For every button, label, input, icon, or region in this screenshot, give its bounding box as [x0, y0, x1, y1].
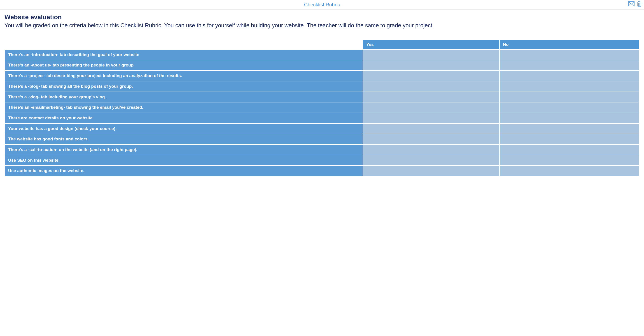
no-cell[interactable]: [500, 155, 639, 165]
table-row: The website has good fonts and colors.: [5, 134, 639, 144]
no-cell[interactable]: [500, 81, 639, 92]
table-header-no: No: [500, 40, 639, 49]
no-cell[interactable]: [500, 71, 639, 81]
header-actions: [628, 1, 642, 7]
no-cell[interactable]: [500, 50, 639, 60]
page-title: Checklist Rubric: [304, 2, 340, 8]
criterion-label: Use authentic images on the website.: [5, 166, 363, 176]
table-row: There are contact details on your websit…: [5, 113, 639, 123]
yes-cell[interactable]: [363, 124, 499, 134]
table-header-empty: [5, 40, 363, 49]
rubric-table: Yes No There's an -introduction- tab des…: [4, 39, 640, 176]
no-cell[interactable]: [500, 134, 639, 144]
no-cell[interactable]: [500, 60, 639, 70]
criterion-label: Use SEO on this website.: [5, 155, 363, 165]
table-header-yes: Yes: [363, 40, 499, 49]
delete-button[interactable]: [637, 1, 642, 7]
table-row: Your website has a good design (check yo…: [5, 124, 639, 134]
yes-cell[interactable]: [363, 50, 499, 60]
table-row: There's a -blog- tab showing all the blo…: [5, 81, 639, 92]
rubric-description: You will be graded on the criteria below…: [4, 22, 640, 29]
yes-cell[interactable]: [363, 102, 499, 113]
page: Checklist Rubric: [0, 0, 644, 183]
trash-icon: [637, 1, 642, 7]
no-cell[interactable]: [500, 92, 639, 102]
yes-cell[interactable]: [363, 134, 499, 144]
table-row: There's a -vlog- tab including your grou…: [5, 92, 639, 102]
criterion-label: There's an -introduction- tab describing…: [5, 50, 363, 60]
rubric-title: Website evaluation: [4, 14, 640, 21]
yes-cell[interactable]: [363, 113, 499, 123]
yes-cell[interactable]: [363, 92, 499, 102]
table-row: Use authentic images on the website.: [5, 166, 639, 176]
no-cell[interactable]: [500, 102, 639, 113]
yes-cell[interactable]: [363, 71, 499, 81]
page-header: Checklist Rubric: [0, 0, 644, 10]
yes-cell[interactable]: [363, 60, 499, 70]
criterion-label: There's an -emailmarketing- tab showing …: [5, 102, 363, 113]
mail-button[interactable]: [628, 1, 634, 6]
criterion-label: There's a -vlog- tab including your grou…: [5, 92, 363, 102]
criterion-label: The website has good fonts and colors.: [5, 134, 363, 144]
yes-cell[interactable]: [363, 145, 499, 155]
content-area: Website evaluation You will be graded on…: [0, 10, 644, 183]
table-row: There's an -introduction- tab describing…: [5, 50, 639, 60]
mail-icon: [628, 1, 634, 6]
criterion-label: There's a -blog- tab showing all the blo…: [5, 81, 363, 92]
table-row: There's a -project- tab describing your …: [5, 71, 639, 81]
yes-cell[interactable]: [363, 155, 499, 165]
criterion-label: There are contact details on your websit…: [5, 113, 363, 123]
no-cell[interactable]: [500, 145, 639, 155]
no-cell[interactable]: [500, 166, 639, 176]
table-header-row: Yes No: [5, 40, 639, 49]
yes-cell[interactable]: [363, 81, 499, 92]
table-row: There's an -about us- tab presenting the…: [5, 60, 639, 70]
no-cell[interactable]: [500, 124, 639, 134]
no-cell[interactable]: [500, 113, 639, 123]
criterion-label: There's a -project- tab describing your …: [5, 71, 363, 81]
yes-cell[interactable]: [363, 166, 499, 176]
criterion-label: Your website has a good design (check yo…: [5, 124, 363, 134]
table-row: Use SEO on this website.: [5, 155, 639, 165]
table-row: There's a -call-to-action- on the websit…: [5, 145, 639, 155]
criterion-label: There's a -call-to-action- on the websit…: [5, 145, 363, 155]
table-row: There's an -emailmarketing- tab showing …: [5, 102, 639, 113]
table-body: There's an -introduction- tab describing…: [5, 50, 639, 176]
criterion-label: There's an -about us- tab presenting the…: [5, 60, 363, 70]
